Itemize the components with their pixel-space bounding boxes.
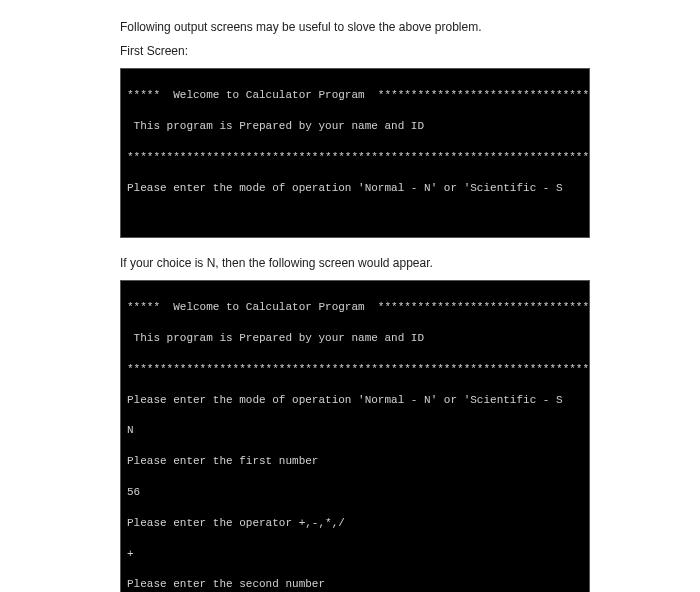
terminal-line: Please enter the first number — [127, 454, 583, 469]
terminal-line: This program is Prepared by your name an… — [127, 119, 583, 134]
intro-text: Following output screens may be useful t… — [120, 20, 590, 34]
terminal-screen-2: ***** Welcome to Calculator Program ****… — [120, 280, 590, 592]
terminal-screen-1: ***** Welcome to Calculator Program ****… — [120, 68, 590, 238]
first-screen-label: First Screen: — [120, 44, 590, 58]
terminal-line: 56 — [127, 485, 583, 500]
terminal-line: ****************************************… — [127, 362, 583, 377]
terminal-line: This program is Prepared by your name an… — [127, 331, 583, 346]
terminal-line: Please enter the mode of operation 'Norm… — [127, 181, 583, 196]
terminal-line: ***** Welcome to Calculator Program ****… — [127, 300, 583, 315]
choice-n-label: If your choice is N, then the following … — [120, 256, 590, 270]
terminal-line: ****************************************… — [127, 150, 583, 165]
terminal-line: Please enter the second number — [127, 577, 583, 592]
terminal-line: + — [127, 547, 583, 562]
terminal-line: Please enter the mode of operation 'Norm… — [127, 393, 583, 408]
terminal-line: Please enter the operator +,-,*,/ — [127, 516, 583, 531]
document-page: Following output screens may be useful t… — [0, 20, 700, 592]
terminal-line: N — [127, 423, 583, 438]
terminal-line: ***** Welcome to Calculator Program ****… — [127, 88, 583, 103]
